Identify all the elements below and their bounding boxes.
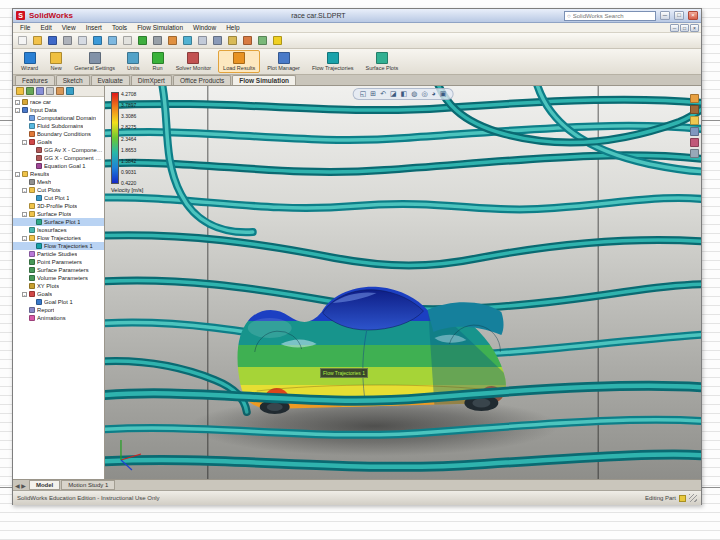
minimize-button[interactable]: ─ <box>660 11 670 20</box>
close-button[interactable]: × <box>688 11 698 20</box>
tree-item-particle-studies[interactable]: Particle Studies <box>13 250 104 258</box>
new-project-button[interactable]: New <box>45 50 67 73</box>
tree-item-cut-plots[interactable]: - Cut Plots <box>13 186 104 194</box>
tree-expander[interactable] <box>22 116 27 121</box>
tree-expander[interactable]: - <box>22 140 27 145</box>
task-pane-file-explorer-icon[interactable] <box>690 116 699 125</box>
load-results-button[interactable]: Load Results <box>218 50 260 73</box>
tree-expander[interactable] <box>22 124 27 129</box>
doc-restore-button[interactable]: □ <box>680 24 689 32</box>
rebuild-icon[interactable] <box>136 34 149 47</box>
tree-expander[interactable] <box>22 268 27 273</box>
doc-close-button[interactable]: × <box>690 24 699 32</box>
tree-expander[interactable] <box>22 132 27 137</box>
tree-expander[interactable]: - <box>15 100 20 105</box>
tree-item-goal-av-x[interactable]: GG Av X - Component of... <box>13 146 104 154</box>
tree-item-goal-x[interactable]: GG X - Component of F... <box>13 154 104 162</box>
tree-item-volume-parameters[interactable]: Volume Parameters <box>13 274 104 282</box>
solver-monitor-button[interactable]: Solver Monitor <box>171 50 216 73</box>
tree-item-flow-trajectories-1[interactable]: Flow Trajectories 1 <box>13 242 104 250</box>
tree-expander[interactable] <box>29 156 34 161</box>
tree-expander[interactable] <box>22 316 27 321</box>
tree-expander[interactable] <box>29 244 34 249</box>
doc-minimize-button[interactable]: ─ <box>670 24 679 32</box>
task-pane-resources-icon[interactable] <box>690 94 699 103</box>
menu-item[interactable]: Edit <box>35 24 56 31</box>
tree-expander[interactable] <box>29 164 34 169</box>
flow-trajectories-button[interactable]: Flow Trajectories <box>307 50 359 73</box>
tree-expander[interactable] <box>29 300 34 305</box>
commandmanager-tab[interactable]: Office Products <box>173 75 231 85</box>
dimxpertmanager-tab-icon[interactable] <box>46 87 54 95</box>
tree-item-mesh[interactable]: Mesh <box>13 178 104 186</box>
appearances-icon[interactable]: ◕ <box>431 90 435 98</box>
tree-item-input-data[interactable]: - Input Data <box>13 106 104 114</box>
document-tab[interactable]: Motion Study 1 <box>61 480 115 490</box>
commandmanager-tab[interactable]: Evaluate <box>91 75 130 85</box>
resize-grip-icon[interactable] <box>689 494 697 502</box>
units-button[interactable]: Units <box>122 50 145 73</box>
tree-item-report[interactable]: Report <box>13 306 104 314</box>
tree-expander[interactable] <box>22 180 27 185</box>
tree-expander[interactable] <box>22 284 27 289</box>
menu-item[interactable]: View <box>57 24 81 31</box>
section-view-icon[interactable]: ◪ <box>390 90 397 98</box>
view-orientation-icon[interactable]: ◧ <box>401 90 408 98</box>
tree-item-xy-plots[interactable]: XY Plots <box>13 282 104 290</box>
menu-item[interactable]: Window <box>188 24 221 31</box>
options-icon[interactable] <box>151 34 164 47</box>
tree-item-fluid-subdomains[interactable]: Fluid Subdomains <box>13 122 104 130</box>
section-view-icon[interactable] <box>181 34 194 47</box>
wizard-button[interactable]: Wizard <box>16 50 43 73</box>
task-pane-appearances-icon[interactable] <box>690 138 699 147</box>
tree-expander[interactable]: - <box>15 108 20 113</box>
tree-item-surface-parameters[interactable]: Surface Parameters <box>13 266 104 274</box>
menu-item[interactable]: Tools <box>107 24 132 31</box>
commandmanager-tab[interactable]: Flow Simulation <box>232 75 296 85</box>
plot-manager-button[interactable]: Plot Manager <box>262 50 305 73</box>
tree-item-animations[interactable]: Animations <box>13 314 104 322</box>
tree-item-isosurfaces[interactable]: Isosurfaces <box>13 226 104 234</box>
displaymanager-tab-icon[interactable] <box>56 87 64 95</box>
hide-show-icon[interactable]: ◎ <box>421 90 427 98</box>
tree-item-surface-plot-1[interactable]: Surface Plot 1 <box>13 218 104 226</box>
zoom-fit-icon[interactable]: ◱ <box>360 90 367 98</box>
tree-item-part[interactable]: - race car <box>13 98 104 106</box>
menu-item[interactable]: File <box>15 24 35 31</box>
save-icon[interactable] <box>46 34 59 47</box>
menu-item[interactable]: Insert <box>81 24 107 31</box>
tree-item-flow-trajectories[interactable]: - Flow Trajectories <box>13 234 104 242</box>
menu-item[interactable]: Flow Simulation <box>132 24 188 31</box>
select-icon[interactable] <box>121 34 134 47</box>
scene-icon[interactable] <box>256 34 269 47</box>
tree-item-surface-plots[interactable]: - Surface Plots <box>13 210 104 218</box>
print-icon[interactable] <box>61 34 74 47</box>
tree-expander[interactable] <box>29 148 34 153</box>
search-input[interactable] <box>573 13 653 19</box>
maximize-button[interactable]: □ <box>674 11 684 20</box>
document-tab[interactable]: Model <box>29 480 60 490</box>
hide-show-icon[interactable] <box>226 34 239 47</box>
tree-expander[interactable] <box>29 196 34 201</box>
tree-expander[interactable] <box>22 308 27 313</box>
tree-expander[interactable] <box>22 252 27 257</box>
edit-appearance-icon[interactable] <box>166 34 179 47</box>
open-icon[interactable] <box>31 34 44 47</box>
tree-item-goals[interactable]: - Goals <box>13 138 104 146</box>
flow-simulation-tab-icon[interactable] <box>66 87 74 95</box>
new-icon[interactable] <box>16 34 29 47</box>
tree-item-goals-results[interactable]: - Goals <box>13 290 104 298</box>
configurationmanager-tab-icon[interactable] <box>36 87 44 95</box>
tree-expander[interactable]: - <box>22 188 27 193</box>
propertymanager-tab-icon[interactable] <box>26 87 34 95</box>
tree-item-cut-plot-1[interactable]: Cut Plot 1 <box>13 194 104 202</box>
tab-scroll-arrows[interactable]: ◀ ▶ <box>15 482 26 489</box>
tree-item-3d-profile-plots[interactable]: 3D-Profile Plots <box>13 202 104 210</box>
view-orientation-icon[interactable] <box>196 34 209 47</box>
tree-item-boundary-conditions[interactable]: Boundary Conditions <box>13 130 104 138</box>
menu-item[interactable]: Help <box>221 24 244 31</box>
display-style-icon[interactable]: ◍ <box>411 90 417 98</box>
tree-expander[interactable]: - <box>22 292 27 297</box>
surface-plots-button[interactable]: Surface Plots <box>361 50 404 73</box>
previous-view-icon[interactable]: ↶ <box>380 90 386 98</box>
